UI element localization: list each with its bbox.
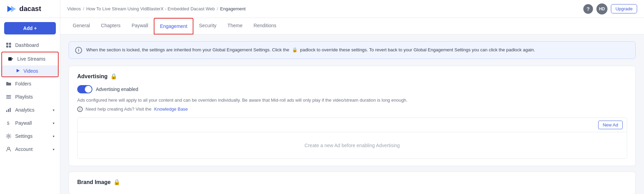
brand-image-title: Brand Image 🔒 <box>77 179 627 185</box>
settings-chevron-icon: ▾ <box>53 134 54 138</box>
padlock-icon: 🔒 <box>292 47 298 52</box>
svg-marker-8 <box>17 69 20 72</box>
tab-paywall[interactable]: Paywall <box>126 18 154 34</box>
svg-rect-13 <box>8 109 9 112</box>
svg-rect-3 <box>9 43 11 45</box>
sidebar-item-label-dashboard: Dashboard <box>15 42 39 48</box>
svg-marker-7 <box>12 58 13 60</box>
folder-icon <box>6 81 12 87</box>
svg-rect-9 <box>6 95 11 96</box>
sidebar-item-label-folders: Folders <box>15 81 31 86</box>
dollar-icon: $ <box>6 120 12 126</box>
video-icon <box>8 56 14 62</box>
header-actions: ? HD Upgrade <box>583 3 637 14</box>
sidebar-item-live-streams[interactable]: Live Streams <box>2 52 58 65</box>
svg-rect-10 <box>6 96 11 97</box>
advertising-toggle-row: Advertising enabled <box>77 85 627 93</box>
paywall-chevron-icon: ▾ <box>53 121 54 125</box>
knowledge-base-link[interactable]: Knowledge Base <box>154 106 188 112</box>
sidebar: dacast Add + Dashboard Live Streams Vide <box>0 0 60 194</box>
play-icon <box>16 68 20 74</box>
svg-marker-1 <box>11 6 16 12</box>
person-icon <box>6 146 12 152</box>
ad-area-empty-text: Create a new Ad before enabling Advertis… <box>304 143 400 148</box>
logo-text: dacast <box>19 5 41 13</box>
advertising-help-row: i Need help creating Ads? Visit the Know… <box>77 106 627 112</box>
sidebar-item-label-account: Account <box>15 146 33 152</box>
tab-chapters[interactable]: Chapters <box>95 18 126 34</box>
tab-general[interactable]: General <box>67 18 95 34</box>
advertising-help-text: Need help creating Ads? Visit the <box>85 106 151 112</box>
breadcrumb-sep-2: / <box>217 6 218 11</box>
sidebar-item-label-playlists: Playlists <box>15 94 33 100</box>
svg-rect-2 <box>6 43 8 45</box>
svg-text:$: $ <box>7 121 10 126</box>
brand-image-section: Brand Image 🔒 <box>69 172 636 194</box>
sidebar-nav: Dashboard Live Streams Videos Folders <box>0 39 60 194</box>
info-icon: i <box>75 47 82 54</box>
breadcrumb-current: Engagement <box>220 6 246 11</box>
breadcrumb-sep-1: / <box>83 6 84 11</box>
svg-rect-14 <box>10 108 11 112</box>
tab-renditions[interactable]: Renditions <box>248 18 282 34</box>
list-icon <box>6 94 12 100</box>
sidebar-item-label-live-streams: Live Streams <box>17 56 46 62</box>
svg-rect-5 <box>9 45 11 48</box>
advertising-section: Advertising 🔒 Advertising enabled Ads co… <box>69 66 636 166</box>
dacast-logo-icon <box>6 3 17 14</box>
info-box: i When the section is locked, the settin… <box>69 41 636 59</box>
account-chevron-icon: ▾ <box>53 147 54 151</box>
breadcrumb-videos[interactable]: Videos <box>67 6 81 11</box>
brand-image-lock-icon[interactable]: 🔒 <box>113 179 120 185</box>
ad-area-body: Create a new Ad before enabling Advertis… <box>78 132 627 159</box>
sidebar-item-dashboard[interactable]: Dashboard <box>0 39 60 52</box>
upgrade-button[interactable]: Upgrade <box>611 4 637 13</box>
svg-point-17 <box>8 147 10 149</box>
advertising-toggle-label: Advertising enabled <box>96 86 138 92</box>
new-ad-button[interactable]: New Ad <box>598 121 623 129</box>
sidebar-item-analytics[interactable]: Analytics ▾ <box>0 103 60 116</box>
advertising-description: Ads configured here will apply to all yo… <box>77 98 627 103</box>
breadcrumb-video-title[interactable]: How To Live Stream Using VidBlasterX - E… <box>86 6 215 11</box>
header: Videos / How To Live Stream Using VidBla… <box>60 0 644 18</box>
logo: dacast <box>0 0 60 18</box>
content-area: i When the section is locked, the settin… <box>60 34 644 194</box>
svg-rect-11 <box>6 98 11 99</box>
svg-rect-4 <box>6 45 8 48</box>
grid-icon <box>6 42 12 48</box>
ad-area: New Ad Create a new Ad before enabling A… <box>77 118 627 159</box>
advertising-help-icon: i <box>77 106 83 112</box>
sidebar-item-playlists[interactable]: Playlists <box>0 90 60 103</box>
tab-security[interactable]: Security <box>193 18 222 34</box>
sidebar-item-label-paywall: Paywall <box>15 120 32 126</box>
add-button[interactable]: Add + <box>4 22 56 34</box>
analytics-chevron-icon: ▾ <box>53 108 54 112</box>
sidebar-item-label-settings: Settings <box>15 133 33 139</box>
sidebar-item-label-analytics: Analytics <box>15 107 34 113</box>
advertising-toggle[interactable] <box>77 85 92 93</box>
svg-point-16 <box>8 135 10 137</box>
info-box-text: When the section is locked, the settings… <box>86 47 535 53</box>
ad-area-header: New Ad <box>78 118 627 132</box>
breadcrumb: Videos / How To Live Stream Using VidBla… <box>67 6 245 11</box>
bar-chart-icon <box>6 107 12 113</box>
sidebar-highlight-live-streams: Live Streams Videos <box>1 52 59 77</box>
advertising-lock-icon[interactable]: 🔒 <box>110 73 117 80</box>
main-content: Videos / How To Live Stream Using VidBla… <box>60 0 644 194</box>
sidebar-item-videos[interactable]: Videos <box>2 65 58 76</box>
advertising-title: Advertising 🔒 <box>77 73 627 80</box>
user-avatar[interactable]: HD <box>596 3 607 14</box>
tab-engagement[interactable]: Engagement <box>154 18 193 34</box>
sidebar-item-account[interactable]: Account ▾ <box>0 143 60 156</box>
gear-icon <box>6 133 12 139</box>
svg-rect-12 <box>6 110 7 112</box>
sidebar-item-settings[interactable]: Settings ▾ <box>0 130 60 143</box>
svg-rect-6 <box>8 57 12 61</box>
sidebar-item-label-videos: Videos <box>23 68 38 74</box>
tab-theme[interactable]: Theme <box>222 18 248 34</box>
help-button[interactable]: ? <box>583 4 593 14</box>
tabs-bar: General Chapters Paywall Engagement Secu… <box>60 18 644 34</box>
sidebar-item-paywall[interactable]: $ Paywall ▾ <box>0 116 60 130</box>
sidebar-item-folders[interactable]: Folders <box>0 77 60 90</box>
